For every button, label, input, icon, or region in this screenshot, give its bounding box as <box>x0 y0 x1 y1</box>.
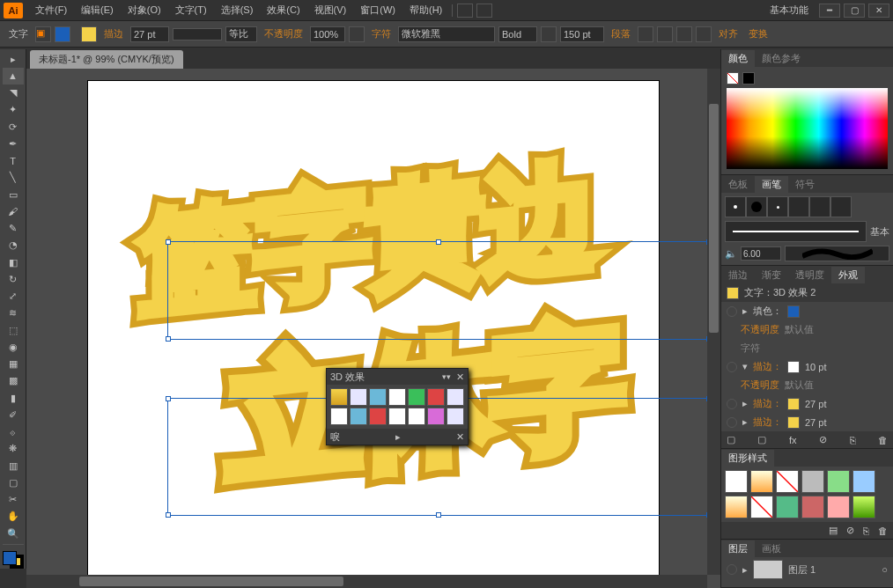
style-preset[interactable] <box>827 470 850 493</box>
effect-preset[interactable] <box>369 408 387 425</box>
fx-icon[interactable]: fx <box>789 435 797 445</box>
menu-window[interactable]: 窗口(W) <box>353 2 402 18</box>
menu-file[interactable]: 文件(F) <box>28 2 74 18</box>
style-preset[interactable] <box>725 496 748 518</box>
menu-edit[interactable]: 编辑(E) <box>74 2 121 18</box>
menu-type[interactable]: 文字(T) <box>168 2 214 18</box>
floating-3d-panel[interactable]: 3D 效果 ▾▾ ✕ 唳 ▸ ✕ <box>326 368 469 445</box>
stroke-label[interactable]: 描边： <box>753 397 782 410</box>
stroke-weight-input[interactable] <box>130 26 169 42</box>
gradient-tool[interactable]: ▮ <box>3 390 24 406</box>
brush-shape-preview[interactable] <box>785 246 889 261</box>
fill-color[interactable] <box>3 551 17 565</box>
vertical-scrollbar[interactable] <box>707 69 720 575</box>
style-preset[interactable] <box>852 470 875 493</box>
menu-help[interactable]: 帮助(H) <box>402 2 449 18</box>
close-button[interactable]: ✕ <box>868 4 889 18</box>
effect-preset[interactable] <box>446 388 464 406</box>
target-icon[interactable]: ▣ <box>35 26 51 42</box>
shape-builder-tool[interactable]: ◉ <box>3 339 24 355</box>
effect-preset[interactable] <box>330 388 348 406</box>
mesh-tool[interactable]: ▩ <box>3 373 24 389</box>
characters-label[interactable]: 字符 <box>741 342 760 355</box>
stroke-swatch[interactable] <box>81 26 97 42</box>
selection-tool[interactable]: ▲ <box>3 68 24 84</box>
brush-preset[interactable] <box>767 196 788 217</box>
rotate-tool[interactable]: ↻ <box>3 271 24 287</box>
tab-transparency[interactable]: 透明度 <box>788 267 831 283</box>
layer-thumbnail[interactable] <box>753 560 783 579</box>
align-label[interactable]: 对齐 <box>715 27 742 40</box>
opacity-input[interactable] <box>310 26 345 42</box>
tab-layers[interactable]: 图层 <box>721 540 755 557</box>
stroke-swatch[interactable] <box>787 416 800 429</box>
brush-preset[interactable] <box>788 196 809 217</box>
artboard-tool[interactable]: ▢ <box>3 474 24 490</box>
new-style-icon[interactable]: ⎘ <box>863 526 869 536</box>
layout-toggle-icon-2[interactable] <box>476 4 492 18</box>
blend-tool[interactable]: ⟐ <box>3 424 24 440</box>
style-preset[interactable] <box>801 496 824 518</box>
new-fill-icon[interactable]: ▢ <box>727 434 735 445</box>
perspective-tool[interactable]: ▦ <box>3 356 24 372</box>
tab-appearance[interactable]: 外观 <box>831 267 865 283</box>
maximize-button[interactable]: ▢ <box>844 4 865 18</box>
stroke-profile-dropdown[interactable] <box>173 28 222 40</box>
duplicate-icon[interactable]: ⎘ <box>850 435 856 445</box>
style-preset[interactable] <box>750 470 773 493</box>
expand-icon[interactable]: ▸ <box>742 305 748 317</box>
opacity-icon[interactable] <box>349 26 365 42</box>
opacity-link[interactable]: 不透明度 <box>741 323 779 336</box>
layer-row[interactable]: ▸ 图层 1 ○ <box>721 557 893 582</box>
style-preset[interactable] <box>827 496 850 518</box>
trash-icon[interactable]: 🗑 <box>878 526 888 536</box>
direct-selection-tool[interactable]: ◥ <box>3 85 24 101</box>
close-icon[interactable]: ✕ <box>456 371 464 383</box>
tab-gradient[interactable]: 渐变 <box>755 267 788 283</box>
effect-preset[interactable] <box>388 388 406 406</box>
brush-preset[interactable] <box>725 196 746 217</box>
align-left-icon[interactable] <box>638 26 653 42</box>
tab-color[interactable]: 颜色 <box>721 50 755 67</box>
break-link-icon[interactable]: ⊘ <box>846 525 854 536</box>
fill-swatch[interactable] <box>55 26 70 42</box>
style-preset[interactable] <box>776 470 799 493</box>
black-swatch[interactable] <box>742 72 755 85</box>
style-preset[interactable] <box>750 496 773 518</box>
canvas-area[interactable]: 篮字黄边 篮字黄边 立体字 立体字 <box>26 69 720 588</box>
brush-preset[interactable] <box>746 196 767 217</box>
effect-preset[interactable] <box>388 408 406 425</box>
target-icon[interactable]: ○ <box>882 564 888 575</box>
menu-view[interactable]: 视图(V) <box>307 2 354 18</box>
sound-icon[interactable]: 🔈 <box>725 248 737 260</box>
stroke-swatch[interactable] <box>787 361 800 373</box>
slice-tool[interactable]: ✂ <box>3 492 24 508</box>
magic-wand-tool[interactable]: ✦ <box>3 102 24 118</box>
style-preset[interactable] <box>801 470 824 493</box>
workspace-switcher[interactable]: 基本功能 <box>763 2 816 18</box>
effect-preset[interactable] <box>330 408 348 425</box>
effect-preset[interactable] <box>427 408 445 425</box>
eyedropper-tool[interactable]: ✐ <box>3 407 24 423</box>
library-icon[interactable]: ▤ <box>829 525 838 536</box>
scale-tool[interactable]: ⤢ <box>3 289 24 305</box>
align-justify-icon[interactable] <box>696 26 712 42</box>
expand-icon[interactable]: ▸ <box>742 416 748 428</box>
brush-weight-input[interactable] <box>741 246 781 261</box>
symbol-sprayer-tool[interactable]: ❋ <box>3 441 24 457</box>
line-tool[interactable]: ╲ <box>3 170 24 186</box>
rectangle-tool[interactable]: ▭ <box>3 187 24 202</box>
effect-preset[interactable] <box>350 388 367 406</box>
fill-swatch[interactable] <box>787 305 800 318</box>
zoom-tool[interactable]: 🔍 <box>3 526 24 541</box>
align-right-icon[interactable] <box>676 26 692 42</box>
clear-icon[interactable]: ⊘ <box>819 434 827 445</box>
opacity-link[interactable]: 不透明度 <box>741 379 779 392</box>
style-preset[interactable] <box>852 496 875 518</box>
none-swatch-icon[interactable] <box>727 72 739 85</box>
document-tab[interactable]: 未标题-1* @ 99% (CMYK/预览) <box>30 50 183 69</box>
paintbrush-tool[interactable]: 🖌 <box>3 203 24 219</box>
paragraph-label[interactable]: 段落 <box>608 27 634 40</box>
font-weight-input[interactable] <box>498 26 537 42</box>
color-spectrum[interactable] <box>727 88 888 169</box>
